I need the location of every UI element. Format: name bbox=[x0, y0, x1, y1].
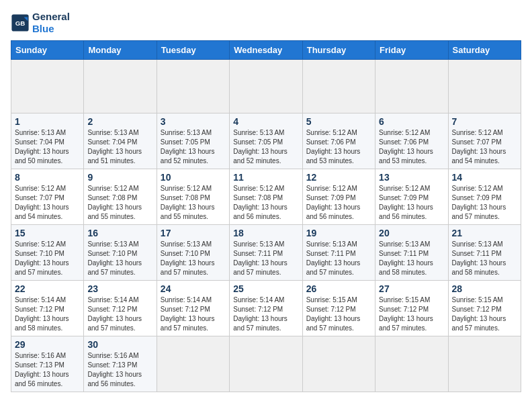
header: GB General Blue bbox=[11, 11, 521, 35]
day-info: Sunrise: 5:12 AMSunset: 7:09 PMDaylight:… bbox=[306, 185, 361, 220]
day-number: 8 bbox=[15, 172, 80, 183]
day-cell: 22 Sunrise: 5:14 AMSunset: 7:12 PMDaylig… bbox=[11, 281, 84, 336]
day-cell: 20 Sunrise: 5:13 AMSunset: 7:11 PMDaylig… bbox=[375, 225, 448, 281]
day-number: 10 bbox=[161, 172, 226, 183]
day-number: 13 bbox=[379, 172, 444, 183]
day-number: 6 bbox=[379, 116, 444, 127]
day-number: 15 bbox=[15, 228, 80, 238]
day-number: 1 bbox=[15, 116, 80, 127]
header-cell: Wednesday bbox=[230, 41, 302, 60]
day-info: Sunrise: 5:14 AMSunset: 7:12 PMDaylight:… bbox=[15, 296, 69, 332]
day-number: 19 bbox=[306, 228, 371, 238]
day-number: 7 bbox=[452, 116, 517, 127]
day-cell: 15 Sunrise: 5:12 AMSunset: 7:10 PMDaylig… bbox=[11, 225, 84, 281]
day-number: 21 bbox=[452, 228, 517, 238]
day-info: Sunrise: 5:13 AMSunset: 7:11 PMDaylight:… bbox=[379, 240, 433, 276]
week-row: 1 Sunrise: 5:13 AMSunset: 7:04 PMDayligh… bbox=[11, 113, 521, 169]
day-cell bbox=[375, 60, 448, 113]
header-cell: Sunday bbox=[11, 41, 84, 60]
day-info: Sunrise: 5:12 AMSunset: 7:06 PMDaylight:… bbox=[379, 129, 433, 165]
week-row: 29 Sunrise: 5:16 AMSunset: 7:13 PMDaylig… bbox=[11, 336, 521, 392]
header-cell: Thursday bbox=[302, 41, 375, 60]
day-number: 18 bbox=[233, 228, 298, 238]
day-info: Sunrise: 5:13 AMSunset: 7:10 PMDaylight:… bbox=[87, 240, 142, 276]
day-info: Sunrise: 5:16 AMSunset: 7:13 PMDaylight:… bbox=[15, 352, 69, 387]
week-row: 8 Sunrise: 5:12 AMSunset: 7:07 PMDayligh… bbox=[11, 169, 521, 225]
day-cell: 13 Sunrise: 5:12 AMSunset: 7:09 PMDaylig… bbox=[375, 169, 448, 225]
day-cell: 8 Sunrise: 5:12 AMSunset: 7:07 PMDayligh… bbox=[11, 169, 84, 225]
day-number: 16 bbox=[87, 228, 152, 238]
day-number: 30 bbox=[87, 339, 152, 350]
day-info: Sunrise: 5:13 AMSunset: 7:05 PMDaylight:… bbox=[161, 129, 215, 165]
day-cell: 2 Sunrise: 5:13 AMSunset: 7:04 PMDayligh… bbox=[84, 113, 157, 169]
logo-icon: GB bbox=[11, 13, 30, 32]
day-cell: 23 Sunrise: 5:14 AMSunset: 7:12 PMDaylig… bbox=[84, 281, 157, 336]
day-cell: 28 Sunrise: 5:15 AMSunset: 7:12 PMDaylig… bbox=[448, 281, 521, 336]
day-number: 11 bbox=[233, 172, 298, 183]
header-cell: Friday bbox=[375, 41, 448, 60]
day-cell: 9 Sunrise: 5:12 AMSunset: 7:08 PMDayligh… bbox=[84, 169, 157, 225]
day-info: Sunrise: 5:12 AMSunset: 7:07 PMDaylight:… bbox=[452, 129, 506, 165]
day-cell: 30 Sunrise: 5:16 AMSunset: 7:13 PMDaylig… bbox=[84, 336, 157, 392]
calendar-body: 1 Sunrise: 5:13 AMSunset: 7:04 PMDayligh… bbox=[11, 60, 521, 392]
day-cell: 19 Sunrise: 5:13 AMSunset: 7:11 PMDaylig… bbox=[302, 225, 375, 281]
day-cell: 3 Sunrise: 5:13 AMSunset: 7:05 PMDayligh… bbox=[157, 113, 229, 169]
day-cell: 10 Sunrise: 5:12 AMSunset: 7:08 PMDaylig… bbox=[157, 169, 229, 225]
week-row: 15 Sunrise: 5:12 AMSunset: 7:10 PMDaylig… bbox=[11, 225, 521, 281]
day-number: 23 bbox=[87, 283, 152, 294]
day-cell bbox=[375, 336, 448, 392]
day-number: 22 bbox=[15, 283, 80, 294]
day-cell bbox=[448, 60, 521, 113]
day-cell: 7 Sunrise: 5:12 AMSunset: 7:07 PMDayligh… bbox=[448, 113, 521, 169]
day-number: 4 bbox=[233, 116, 298, 127]
logo: GB General Blue bbox=[11, 11, 70, 35]
header-cell: Tuesday bbox=[157, 41, 229, 60]
day-info: Sunrise: 5:12 AMSunset: 7:09 PMDaylight:… bbox=[379, 185, 433, 220]
day-cell: 11 Sunrise: 5:12 AMSunset: 7:08 PMDaylig… bbox=[230, 169, 302, 225]
svg-text:GB: GB bbox=[15, 19, 26, 27]
day-cell bbox=[230, 336, 302, 392]
day-cell bbox=[302, 60, 375, 113]
day-cell bbox=[448, 336, 521, 392]
day-cell: 16 Sunrise: 5:13 AMSunset: 7:10 PMDaylig… bbox=[84, 225, 157, 281]
logo-line2: Blue bbox=[32, 23, 70, 35]
week-row: 22 Sunrise: 5:14 AMSunset: 7:12 PMDaylig… bbox=[11, 281, 521, 336]
day-cell bbox=[230, 60, 302, 113]
day-info: Sunrise: 5:13 AMSunset: 7:04 PMDaylight:… bbox=[15, 129, 69, 165]
day-cell: 25 Sunrise: 5:14 AMSunset: 7:12 PMDaylig… bbox=[230, 281, 302, 336]
day-cell: 24 Sunrise: 5:14 AMSunset: 7:12 PMDaylig… bbox=[157, 281, 229, 336]
day-info: Sunrise: 5:12 AMSunset: 7:08 PMDaylight:… bbox=[87, 185, 142, 220]
day-number: 28 bbox=[452, 283, 517, 294]
day-info: Sunrise: 5:13 AMSunset: 7:11 PMDaylight:… bbox=[306, 240, 361, 276]
day-cell: 5 Sunrise: 5:12 AMSunset: 7:06 PMDayligh… bbox=[302, 113, 375, 169]
day-cell: 6 Sunrise: 5:12 AMSunset: 7:06 PMDayligh… bbox=[375, 113, 448, 169]
day-info: Sunrise: 5:15 AMSunset: 7:12 PMDaylight:… bbox=[452, 296, 506, 332]
day-info: Sunrise: 5:15 AMSunset: 7:12 PMDaylight:… bbox=[379, 296, 433, 332]
day-cell: 27 Sunrise: 5:15 AMSunset: 7:12 PMDaylig… bbox=[375, 281, 448, 336]
week-row bbox=[11, 60, 521, 113]
logo-line1: General bbox=[32, 11, 70, 23]
day-number: 5 bbox=[306, 116, 371, 127]
day-number: 2 bbox=[87, 116, 152, 127]
header-row: SundayMondayTuesdayWednesdayThursdayFrid… bbox=[11, 41, 521, 60]
day-info: Sunrise: 5:14 AMSunset: 7:12 PMDaylight:… bbox=[233, 296, 287, 332]
day-info: Sunrise: 5:12 AMSunset: 7:08 PMDaylight:… bbox=[161, 185, 215, 220]
day-number: 29 bbox=[15, 339, 80, 350]
calendar-header: SundayMondayTuesdayWednesdayThursdayFrid… bbox=[11, 41, 521, 60]
day-info: Sunrise: 5:13 AMSunset: 7:11 PMDaylight:… bbox=[452, 240, 506, 276]
calendar-table: SundayMondayTuesdayWednesdayThursdayFrid… bbox=[11, 40, 521, 392]
header-cell: Monday bbox=[84, 41, 157, 60]
day-number: 20 bbox=[379, 228, 444, 238]
day-info: Sunrise: 5:13 AMSunset: 7:11 PMDaylight:… bbox=[233, 240, 287, 276]
day-number: 24 bbox=[161, 283, 226, 294]
day-number: 25 bbox=[233, 283, 298, 294]
day-number: 27 bbox=[379, 283, 444, 294]
day-number: 9 bbox=[87, 172, 152, 183]
day-number: 17 bbox=[161, 228, 226, 238]
header-cell: Saturday bbox=[448, 41, 521, 60]
day-info: Sunrise: 5:13 AMSunset: 7:05 PMDaylight:… bbox=[233, 129, 287, 165]
day-number: 26 bbox=[306, 283, 371, 294]
day-cell bbox=[11, 60, 84, 113]
day-info: Sunrise: 5:14 AMSunset: 7:12 PMDaylight:… bbox=[161, 296, 215, 332]
day-number: 12 bbox=[306, 172, 371, 183]
